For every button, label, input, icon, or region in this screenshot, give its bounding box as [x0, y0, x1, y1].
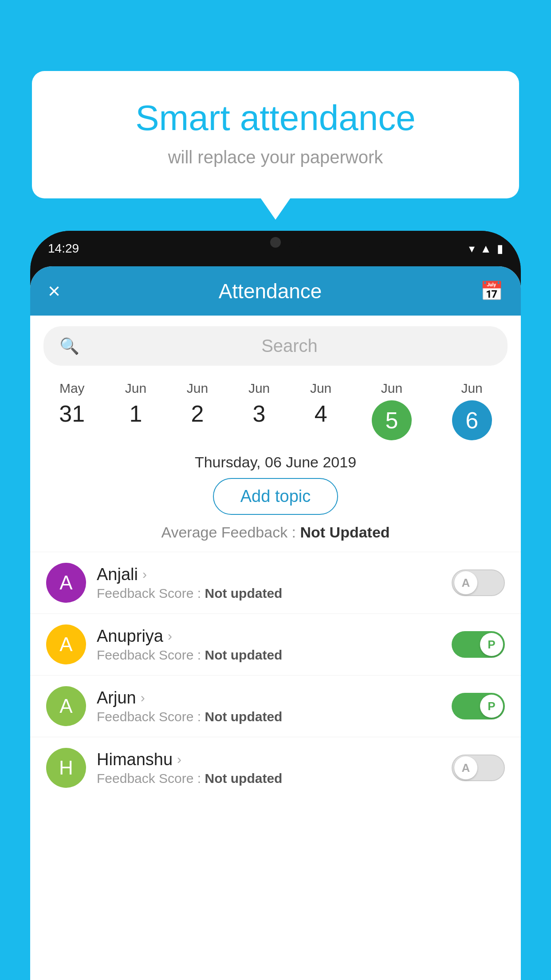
student-item-himanshu[interactable]: H Himanshu › Feedback Score : Not update… — [30, 737, 521, 798]
toggle-himanshu[interactable]: A — [452, 755, 505, 781]
student-info-arjun: Arjun › Feedback Score : Not updated — [97, 688, 441, 724]
date-jun4[interactable]: Jun 4 — [303, 376, 338, 445]
student-item-anjali[interactable]: A Anjali › Feedback Score : Not updated … — [30, 552, 521, 613]
student-info-anupriya: Anupriya › Feedback Score : Not updated — [97, 627, 441, 663]
search-placeholder: Search — [87, 336, 492, 356]
phone-notch — [249, 231, 302, 255]
date-jun2[interactable]: Jun 2 — [180, 376, 215, 445]
close-button[interactable]: × — [48, 279, 60, 303]
student-list: A Anjali › Feedback Score : Not updated … — [30, 552, 521, 980]
phone-time: 14:29 — [48, 241, 79, 256]
search-icon: 🔍 — [59, 337, 79, 356]
calendar-icon[interactable]: 📅 — [480, 280, 503, 302]
phone-frame: 14:29 ▾ ▲ ▮ × Attendance 📅 🔍 Search May … — [30, 231, 521, 980]
camera-dot — [270, 237, 281, 248]
student-feedback-anjali: Feedback Score : Not updated — [97, 586, 441, 601]
student-info-himanshu: Himanshu › Feedback Score : Not updated — [97, 750, 441, 786]
app-header: × Attendance 📅 — [30, 266, 521, 316]
selected-date: Thursday, 06 June 2019 — [30, 454, 521, 471]
avatar-anupriya: A — [46, 624, 86, 664]
date-jun5[interactable]: Jun 5 — [365, 376, 419, 445]
avatar-anjali: A — [46, 563, 86, 603]
date-jun1[interactable]: Jun 1 — [118, 376, 153, 445]
date-jun3[interactable]: Jun 3 — [241, 376, 277, 445]
add-topic-label: Add topic — [240, 487, 311, 506]
student-info-anjali: Anjali › Feedback Score : Not updated — [97, 565, 441, 601]
student-name-anjali: Anjali › — [97, 565, 441, 584]
toggle-knob-anupriya: P — [480, 633, 503, 656]
phone-status-bar: 14:29 ▾ ▲ ▮ — [30, 231, 521, 266]
speech-bubble: Smart attendance will replace your paper… — [32, 71, 519, 198]
wifi-icon: ▾ — [469, 242, 475, 256]
student-item-anupriya[interactable]: A Anupriya › Feedback Score : Not update… — [30, 613, 521, 675]
student-feedback-anupriya: Feedback Score : Not updated — [97, 648, 441, 663]
app-title: Attendance — [219, 279, 322, 303]
student-name-himanshu: Himanshu › — [97, 750, 441, 769]
avg-feedback-label: Average Feedback : — [161, 524, 296, 541]
chevron-right-icon: › — [177, 752, 181, 767]
toggle-knob-arjun: P — [480, 695, 503, 718]
bubble-subtitle: will replace your paperwork — [67, 147, 484, 167]
bubble-title: Smart attendance — [67, 98, 484, 138]
date-row: May 31 Jun 1 Jun 2 Jun 3 Jun 4 Jun 5 — [30, 376, 521, 445]
avatar-arjun: A — [46, 686, 86, 726]
chevron-right-icon: › — [141, 690, 145, 705]
avatar-himanshu: H — [46, 748, 86, 788]
toggle-knob-himanshu: A — [454, 756, 477, 779]
date-jun6[interactable]: Jun 6 — [445, 376, 499, 445]
search-bar[interactable]: 🔍 Search — [43, 326, 508, 366]
add-topic-button[interactable]: Add topic — [213, 478, 338, 515]
chevron-right-icon: › — [168, 628, 172, 644]
battery-icon: ▮ — [497, 242, 503, 256]
toggle-anjali[interactable]: A — [452, 569, 505, 596]
toggle-knob-anjali: A — [454, 571, 477, 594]
toggle-anupriya[interactable]: P — [452, 631, 505, 658]
status-icons: ▾ ▲ ▮ — [469, 242, 503, 256]
date-may31[interactable]: May 31 — [52, 376, 92, 445]
avg-feedback-value: Not Updated — [300, 524, 390, 541]
toggle-arjun[interactable]: P — [452, 693, 505, 719]
student-name-arjun: Arjun › — [97, 688, 441, 707]
average-feedback: Average Feedback : Not Updated — [30, 524, 521, 541]
chevron-right-icon: › — [142, 567, 147, 582]
student-name-anupriya: Anupriya › — [97, 627, 441, 646]
signal-icon: ▲ — [480, 242, 492, 256]
student-item-arjun[interactable]: A Arjun › Feedback Score : Not updated P — [30, 675, 521, 737]
student-feedback-himanshu: Feedback Score : Not updated — [97, 771, 441, 786]
student-feedback-arjun: Feedback Score : Not updated — [97, 709, 441, 724]
app-screen: × Attendance 📅 🔍 Search May 31 Jun 1 Jun… — [30, 266, 521, 980]
